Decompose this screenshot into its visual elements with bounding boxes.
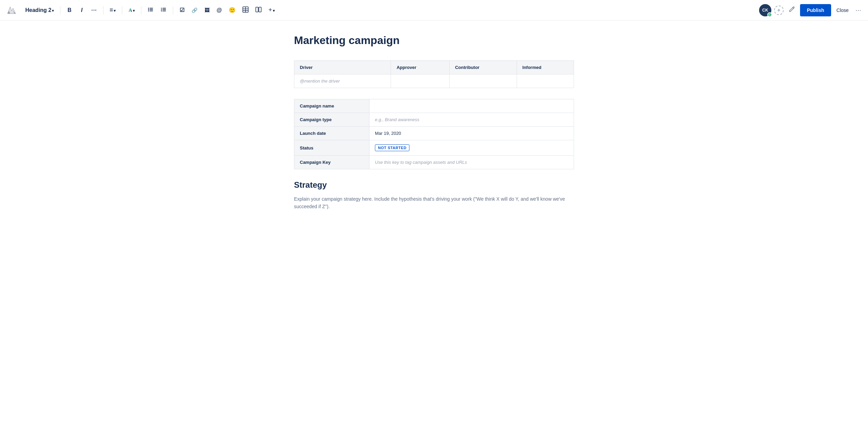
avatar[interactable]: CK C bbox=[759, 4, 771, 16]
daci-header-informed: Informed bbox=[517, 61, 574, 74]
bold-button[interactable] bbox=[65, 5, 74, 15]
plus-icon: + bbox=[268, 6, 272, 14]
bold-icon bbox=[68, 7, 72, 13]
mention-button[interactable]: @ bbox=[214, 5, 224, 15]
campaign-name-value[interactable] bbox=[369, 99, 574, 113]
numbered-list-button[interactable]: 1. 2. 3. bbox=[158, 5, 169, 15]
daci-cell-approver[interactable] bbox=[391, 74, 449, 88]
campaign-key-value[interactable]: Use this key to tag campaign assets and … bbox=[369, 156, 574, 169]
svg-point-4 bbox=[148, 10, 149, 11]
daci-table: Driver Approver Contributor Informed @me… bbox=[294, 60, 574, 88]
divider-3 bbox=[122, 6, 122, 14]
daci-cell-contributor[interactable] bbox=[449, 74, 517, 88]
close-button[interactable]: Close bbox=[834, 6, 852, 14]
toolbar-right: CK C + Publish Close ··· bbox=[759, 4, 863, 16]
italic-button[interactable] bbox=[77, 5, 86, 15]
more-format-icon: ··· bbox=[91, 7, 97, 13]
add-collaborator-button[interactable]: + bbox=[774, 5, 784, 15]
numbered-list-icon: 1. 2. 3. bbox=[160, 6, 167, 14]
campaign-type-row: Campaign type e.g., Brand awareness bbox=[294, 113, 574, 127]
italic-icon bbox=[81, 7, 82, 13]
campaign-type-value[interactable]: e.g., Brand awareness bbox=[369, 113, 574, 127]
layout-button[interactable] bbox=[253, 5, 264, 15]
launch-date-row: Launch date Mar 19, 2020 bbox=[294, 127, 574, 140]
table-icon bbox=[242, 6, 249, 14]
strategy-body[interactable]: Explain your campaign strategy here. Inc… bbox=[294, 195, 574, 211]
svg-rect-1 bbox=[150, 8, 153, 9]
emoji-button[interactable]: 🙂 bbox=[227, 5, 238, 15]
daci-row: @mention the driver bbox=[294, 74, 574, 88]
add-icon: + bbox=[777, 7, 780, 13]
heading-chevron-icon bbox=[52, 7, 54, 13]
campaign-type-label: Campaign type bbox=[294, 113, 369, 127]
daci-cell-driver[interactable]: @mention the driver bbox=[294, 74, 391, 88]
bullet-list-icon bbox=[148, 6, 154, 14]
link-icon: 🔗 bbox=[192, 8, 197, 13]
page-title[interactable]: Marketing campaign bbox=[294, 34, 574, 47]
checklist-icon: ☑ bbox=[180, 7, 184, 13]
text-color-button[interactable]: A bbox=[126, 5, 137, 15]
insert-more-chevron-icon bbox=[273, 7, 275, 13]
page-content: Marketing campaign Driver Approver Contr… bbox=[287, 20, 581, 231]
link-button[interactable]: 🔗 bbox=[190, 5, 199, 15]
svg-rect-3 bbox=[150, 9, 153, 10]
svg-rect-16 bbox=[256, 7, 258, 12]
svg-point-0 bbox=[148, 8, 149, 9]
image-icon: 🖼 bbox=[205, 8, 209, 13]
more-format-button[interactable]: ··· bbox=[89, 5, 99, 15]
divider-4 bbox=[141, 6, 141, 14]
strategy-title: Strategy bbox=[294, 180, 574, 190]
daci-header-driver: Driver bbox=[294, 61, 391, 74]
heading-select[interactable]: Heading 2 bbox=[23, 5, 56, 15]
align-button[interactable]: ≡ bbox=[108, 5, 118, 15]
app-logo[interactable] bbox=[5, 4, 18, 16]
avatar-initials: CK bbox=[762, 8, 768, 13]
divider-2 bbox=[103, 6, 103, 14]
text-color-chevron-icon bbox=[133, 7, 135, 13]
launch-date-value[interactable]: Mar 19, 2020 bbox=[369, 127, 574, 140]
svg-point-2 bbox=[148, 9, 149, 10]
daci-driver-placeholder: @mention the driver bbox=[300, 78, 340, 84]
text-color-icon: A bbox=[128, 7, 132, 13]
table-button[interactable] bbox=[240, 5, 251, 15]
svg-rect-11 bbox=[163, 11, 166, 11]
status-value[interactable]: NOT STARTED bbox=[369, 140, 574, 156]
daci-header-contributor: Contributor bbox=[449, 61, 517, 74]
heading-select-label: Heading 2 bbox=[25, 7, 51, 13]
svg-rect-5 bbox=[150, 11, 153, 11]
daci-header-approver: Approver bbox=[391, 61, 449, 74]
status-badge[interactable]: NOT STARTED bbox=[375, 144, 409, 151]
publish-button[interactable]: Publish bbox=[800, 4, 831, 16]
campaign-table: Campaign name Campaign type e.g., Brand … bbox=[294, 99, 574, 169]
launch-date-label: Launch date bbox=[294, 127, 369, 140]
campaign-type-placeholder: e.g., Brand awareness bbox=[375, 117, 419, 122]
svg-text:3.: 3. bbox=[161, 10, 163, 12]
svg-rect-9 bbox=[163, 9, 166, 10]
campaign-name-label: Campaign name bbox=[294, 99, 369, 113]
align-icon: ≡ bbox=[110, 6, 113, 14]
checklist-button[interactable]: ☑ bbox=[177, 5, 187, 15]
status-row: Status NOT STARTED bbox=[294, 140, 574, 156]
campaign-key-row: Campaign Key Use this key to tag campaig… bbox=[294, 156, 574, 169]
daci-cell-informed[interactable] bbox=[517, 74, 574, 88]
campaign-key-placeholder: Use this key to tag campaign assets and … bbox=[375, 160, 467, 165]
svg-rect-7 bbox=[163, 8, 166, 9]
mention-icon: @ bbox=[216, 7, 222, 13]
campaign-key-label: Campaign Key bbox=[294, 156, 369, 169]
pen-icon bbox=[788, 6, 795, 14]
divider-5 bbox=[173, 6, 173, 14]
align-chevron-icon bbox=[114, 7, 116, 13]
layout-icon bbox=[255, 6, 262, 14]
edit-button[interactable] bbox=[786, 5, 797, 16]
divider-1 bbox=[60, 6, 60, 14]
avatar-badge: C bbox=[767, 12, 772, 17]
status-label: Status bbox=[294, 140, 369, 156]
campaign-name-row: Campaign name bbox=[294, 99, 574, 113]
emoji-icon: 🙂 bbox=[229, 7, 236, 13]
svg-rect-17 bbox=[259, 7, 261, 12]
bullet-list-button[interactable] bbox=[145, 5, 156, 15]
more-options-button[interactable]: ··· bbox=[854, 5, 863, 15]
image-button[interactable]: 🖼 bbox=[202, 5, 212, 15]
insert-more-button[interactable]: + bbox=[266, 5, 277, 15]
toolbar: Heading 2 ··· ≡ A bbox=[0, 0, 868, 20]
